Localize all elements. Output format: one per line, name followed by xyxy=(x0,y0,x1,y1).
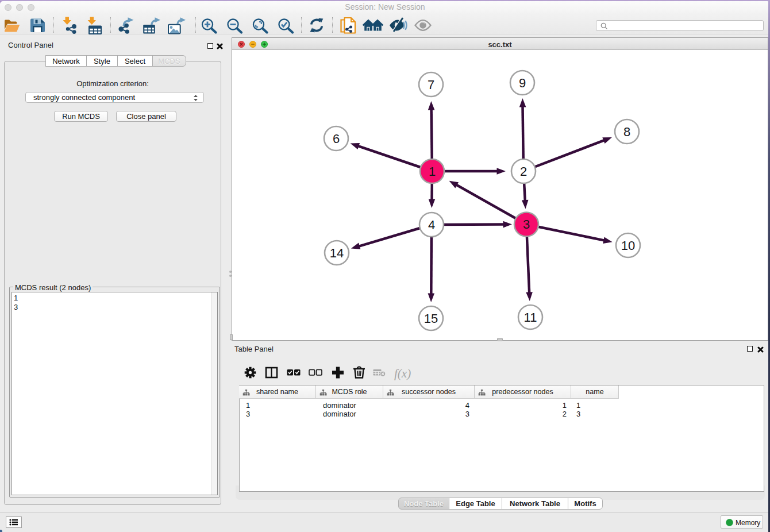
svg-text:11: 11 xyxy=(524,310,537,325)
svg-text:6: 6 xyxy=(333,132,340,146)
svg-text:2: 2 xyxy=(520,164,527,179)
svg-text:3: 3 xyxy=(523,217,530,232)
svg-text:f(x): f(x) xyxy=(394,367,411,380)
svg-text:8: 8 xyxy=(623,125,630,139)
svg-text:14: 14 xyxy=(330,246,344,260)
svg-text:1: 1 xyxy=(429,164,436,179)
svg-text:4: 4 xyxy=(428,218,435,232)
svg-text:10: 10 xyxy=(621,238,635,253)
svg-text:7: 7 xyxy=(428,78,434,92)
svg-text:15: 15 xyxy=(424,311,438,326)
svg-text:9: 9 xyxy=(519,76,526,90)
